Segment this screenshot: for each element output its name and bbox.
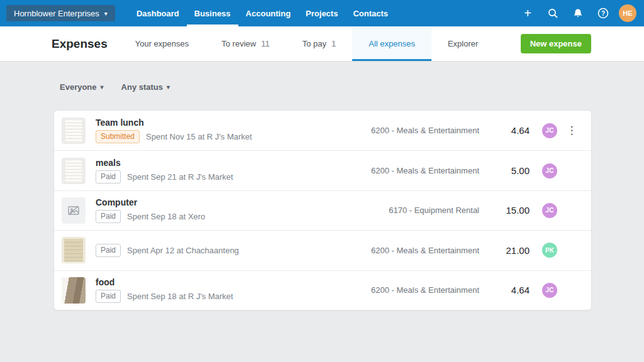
expense-description: Spent Apr 12 at Chachaanteng bbox=[127, 246, 239, 255]
expense-account: 6170 - Equipment Rental bbox=[389, 206, 479, 215]
expense-title: Computer bbox=[96, 197, 205, 207]
tab-to-pay[interactable]: To pay 1 bbox=[286, 26, 353, 61]
expense-description: Spent Sep 18 at R J's Market bbox=[127, 292, 233, 301]
search-icon[interactable] bbox=[543, 4, 562, 23]
expense-account: 6200 - Meals & Entertainment bbox=[371, 285, 479, 295]
expense-description: Spent Sep 18 at Xero bbox=[127, 212, 205, 221]
filters-bar: Everyone ▾ Any status ▾ bbox=[60, 82, 644, 92]
topnav-actions: + ? HE bbox=[518, 0, 644, 26]
user-avatar[interactable]: HE bbox=[619, 4, 636, 22]
submitter-avatar: JC bbox=[542, 163, 557, 178]
tab-your-expenses[interactable]: Your expenses bbox=[119, 26, 206, 61]
receipt-thumbnail bbox=[62, 277, 86, 304]
organisation-selector[interactable]: Hornblower Enterprises ▾ bbox=[6, 5, 115, 21]
nav-item-dashboard[interactable]: Dashboard bbox=[129, 0, 187, 26]
expense-account: 6200 - Meals & Entertainment bbox=[371, 126, 479, 135]
expenses-header: Expenses Your expenses To review 11 To p… bbox=[0, 26, 644, 62]
svg-text:?: ? bbox=[601, 10, 605, 17]
no-receipt-icon bbox=[62, 197, 86, 224]
expense-row[interactable]: Computer Paid Spent Sep 18 at Xero 6170 … bbox=[54, 190, 591, 230]
nav-item-accounting[interactable]: Accounting bbox=[238, 0, 299, 26]
submitter-avatar: PK bbox=[542, 243, 557, 258]
tab-to-review[interactable]: To review 11 bbox=[205, 26, 286, 61]
tab-explorer[interactable]: Explorer bbox=[431, 26, 494, 61]
row-menu-icon[interactable]: ⋮ bbox=[566, 125, 577, 136]
organisation-name: Hornblower Enterprises bbox=[14, 9, 99, 18]
page-title: Expenses bbox=[52, 37, 108, 51]
expense-amount: 5.00 bbox=[491, 165, 530, 176]
expense-title: food bbox=[96, 277, 233, 287]
expense-row[interactable]: Paid Spent Apr 12 at Chachaanteng 6200 -… bbox=[54, 230, 591, 270]
expense-row[interactable]: food Paid Spent Sep 18 at R J's Market 6… bbox=[54, 270, 591, 310]
expense-description: Spent Nov 15 at R J's Market bbox=[146, 132, 252, 141]
status-badge: Paid bbox=[96, 210, 121, 223]
expense-amount: 21.00 bbox=[491, 245, 530, 256]
status-badge: Paid bbox=[96, 170, 121, 184]
receipt-thumbnail bbox=[62, 237, 86, 263]
add-icon[interactable]: + bbox=[518, 4, 537, 23]
tab-count: 11 bbox=[261, 39, 270, 48]
submitter-avatar: JC bbox=[542, 203, 557, 218]
expense-title: meals bbox=[96, 158, 233, 168]
status-badge: Paid bbox=[96, 290, 121, 303]
submitter-avatar: JC bbox=[542, 123, 557, 138]
new-expense-button[interactable]: New expense bbox=[521, 34, 591, 53]
expense-amount: 4.64 bbox=[491, 285, 530, 295]
nav-item-contacts[interactable]: Contacts bbox=[345, 0, 396, 26]
nav-item-projects[interactable]: Projects bbox=[298, 0, 345, 26]
expense-list: Team lunch Submitted Spent Nov 15 at R J… bbox=[53, 110, 592, 310]
receipt-thumbnail bbox=[62, 158, 86, 184]
user-filter-dropdown[interactable]: Everyone ▾ bbox=[60, 82, 104, 92]
expense-amount: 15.00 bbox=[491, 205, 530, 216]
expenses-tabs: Your expenses To review 11 To pay 1 All … bbox=[119, 26, 495, 61]
expense-amount: 4.64 bbox=[491, 125, 530, 136]
status-badge: Paid bbox=[96, 244, 121, 257]
top-navbar: Hornblower Enterprises ▾ Dashboard Busin… bbox=[0, 0, 644, 26]
expense-account: 6200 - Meals & Entertainment bbox=[371, 166, 479, 175]
tab-count: 1 bbox=[331, 39, 336, 48]
receipt-thumbnail bbox=[62, 118, 86, 144]
expense-account: 6200 - Meals & Entertainment bbox=[371, 246, 479, 255]
help-icon[interactable]: ? bbox=[594, 4, 613, 23]
nav-item-business[interactable]: Business bbox=[187, 0, 238, 26]
tab-all-expenses[interactable]: All expenses bbox=[352, 26, 431, 61]
main-navigation: Dashboard Business Accounting Projects C… bbox=[129, 0, 396, 26]
chevron-down-icon: ▾ bbox=[167, 84, 170, 90]
expense-title: Team lunch bbox=[96, 118, 252, 128]
notifications-bell-icon[interactable] bbox=[569, 4, 587, 23]
status-badge: Submitted bbox=[96, 130, 140, 143]
chevron-down-icon: ▾ bbox=[104, 10, 108, 17]
status-filter-dropdown[interactable]: Any status ▾ bbox=[121, 82, 170, 92]
expense-description: Spent Sep 21 at R J's Market bbox=[127, 172, 233, 182]
expense-row[interactable]: Team lunch Submitted Spent Nov 15 at R J… bbox=[54, 111, 591, 150]
chevron-down-icon: ▾ bbox=[101, 84, 104, 90]
submitter-avatar: JC bbox=[542, 283, 557, 298]
expense-row[interactable]: meals Paid Spent Sep 21 at R J's Market … bbox=[54, 150, 591, 190]
